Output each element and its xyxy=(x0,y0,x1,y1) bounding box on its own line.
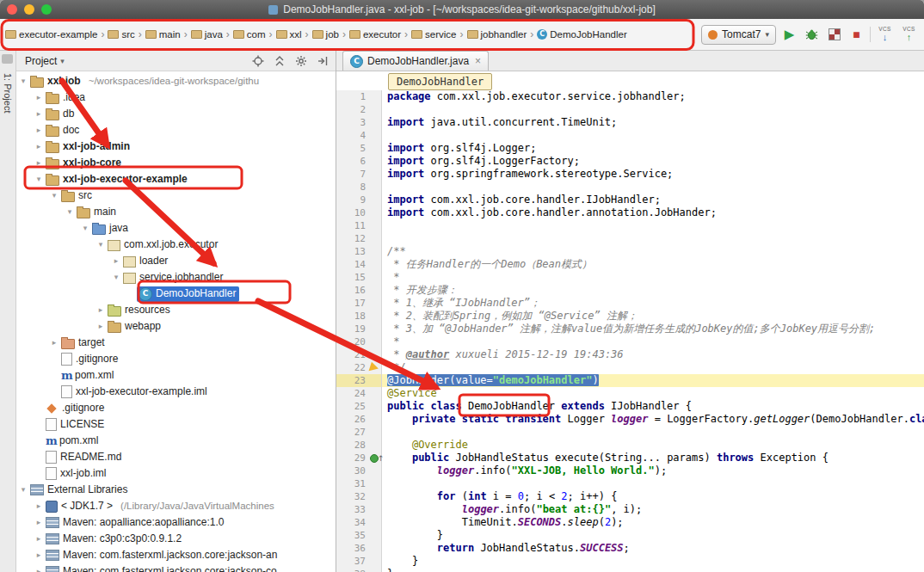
tree-expand-arrow[interactable]: ▾ xyxy=(34,171,44,188)
tree-item-idea[interactable]: ▸.idea xyxy=(16,89,336,106)
tree-item-com-xxl-job-executor[interactable]: ▾com.xxl.job.executor xyxy=(16,237,336,253)
coverage-button[interactable] xyxy=(825,25,843,44)
tree-item-gitignore[interactable]: .gitignore xyxy=(16,400,336,416)
tree-expand-arrow[interactable]: ▸ xyxy=(95,318,106,335)
tree-expand-arrow[interactable]: ▸ xyxy=(34,514,44,531)
code-line-30[interactable]: 30 logger.info("XXL-JOB, Hello World."); xyxy=(336,464,924,477)
tool-window-icon[interactable] xyxy=(2,54,13,64)
tree-item-external-libraries[interactable]: ▾External Libraries xyxy=(16,482,336,498)
code-line-26[interactable]: 26 private static transient Logger logge… xyxy=(336,413,924,426)
debug-button[interactable] xyxy=(803,25,821,44)
tree-expand-arrow[interactable]: ▸ xyxy=(34,89,44,106)
tree-item-xxl-job-core[interactable]: ▸xxl-job-core xyxy=(16,155,336,171)
tree-item-maven-c3p0-c3p0-0-9-1-2[interactable]: ▸Maven: c3p0:c3p0:0.9.1.2 xyxy=(16,531,336,547)
code-line-7[interactable]: 7import org.springframework.stereotype.S… xyxy=(336,168,924,181)
breadcrumb-item[interactable]: service xyxy=(410,28,458,40)
code-line-29[interactable]: 29↑ public JobHandleStatus execute(Strin… xyxy=(336,452,924,464)
code-line-32[interactable]: 32 for (int i = 0; i < 2; i++) { xyxy=(336,490,924,503)
code-line-20[interactable]: 20 * xyxy=(336,335,924,348)
code-line-13[interactable]: 13/** xyxy=(336,245,924,258)
code-line-17[interactable]: 17 * 1、继承 “IJobHandler”； xyxy=(336,297,924,310)
breadcrumb-item[interactable]: xxl xyxy=(274,28,304,40)
tree-item-maven-aopalliance-aopalliance-1-0[interactable]: ▸Maven: aopalliance:aopalliance:1.0 xyxy=(16,514,336,531)
code-line-9[interactable]: 9import com.xxl.job.core.handler.IJobHan… xyxy=(336,194,924,206)
tree-item-xxl-job-executor-example[interactable]: ▾xxl-job-executor-example xyxy=(16,171,336,188)
tree-expand-arrow[interactable]: ▸ xyxy=(111,253,121,269)
run-button[interactable]: ▶ xyxy=(780,25,798,44)
tree-expand-arrow[interactable]: ▾ xyxy=(95,237,106,253)
hide-panel-button[interactable] xyxy=(317,55,329,67)
project-view-title[interactable]: Project xyxy=(25,55,57,67)
code-line-34[interactable]: 34 TimeUnit.SECONDS.sleep(2); xyxy=(336,516,924,529)
tree-expand-arrow[interactable]: ▸ xyxy=(34,155,44,171)
tree-item-loader[interactable]: ▸loader xyxy=(16,253,336,269)
locate-button[interactable] xyxy=(252,55,264,67)
code-line-27[interactable]: 27 xyxy=(336,426,924,439)
tree-item-jdk1-7[interactable]: ▸< JDK1.7 >(/Library/Java/JavaVirtualMac… xyxy=(16,498,336,514)
close-icon[interactable]: × xyxy=(475,55,481,67)
code-line-37[interactable]: 37 } xyxy=(336,555,924,568)
tree-item-xxl-job[interactable]: ▾xxl-job~/workspaces/idea-git-workspace/… xyxy=(16,73,336,89)
tree-item-xxl-job-iml[interactable]: xxl-job.iml xyxy=(16,465,336,482)
code-line-31[interactable]: 31 xyxy=(336,477,924,490)
tree-item-service-jobhandler[interactable]: ▾service.jobhandler xyxy=(16,269,336,286)
code-line-16[interactable]: 16 * 开发步骤： xyxy=(336,284,924,297)
tree-expand-arrow[interactable]: ▸ xyxy=(34,106,44,122)
code-line-24[interactable]: 24@Service xyxy=(336,387,924,400)
tree-item-readme-md[interactable]: README.md xyxy=(16,449,336,465)
breadcrumb-item[interactable]: executor xyxy=(348,28,403,40)
tree-expand-arrow[interactable]: ▸ xyxy=(34,498,44,514)
tree-item-target[interactable]: ▸target xyxy=(16,335,336,351)
close-window-button[interactable] xyxy=(7,4,17,15)
tree-item-pom-xml[interactable]: mpom.xml xyxy=(16,367,336,384)
tree-item-doc[interactable]: ▸doc xyxy=(16,122,336,138)
tree-expand-arrow[interactable]: ▸ xyxy=(34,122,44,138)
tree-item-maven-com-fasterxml-jackson-core-jackson-co[interactable]: ▸Maven: com.fasterxml.jackson.core:jacks… xyxy=(16,563,336,572)
code-line-22[interactable]: 22 */ xyxy=(336,361,924,374)
tree-item-webapp[interactable]: ▸webapp xyxy=(16,318,336,335)
code-line-2[interactable]: 2 xyxy=(336,103,924,116)
code-line-28[interactable]: 28 @Override xyxy=(336,439,924,452)
tree-expand-arrow[interactable]: ▸ xyxy=(34,138,44,155)
tree-item-maven-com-fasterxml-jackson-core-jackson-an[interactable]: ▸Maven: com.fasterxml.jackson.core:jacks… xyxy=(16,547,336,563)
breadcrumb-item[interactable]: java xyxy=(189,28,225,40)
collapse-all-button[interactable] xyxy=(274,55,286,67)
code-line-11[interactable]: 11 xyxy=(336,219,924,232)
breadcrumb-item[interactable]: executor-example xyxy=(3,28,99,40)
code-line-33[interactable]: 33 logger.info("beat at:{}", i); xyxy=(336,503,924,516)
code-line-10[interactable]: 10import com.xxl.job.core.handler.annota… xyxy=(336,206,924,219)
tree-expand-arrow[interactable]: ▾ xyxy=(65,204,75,220)
tree-item-resources[interactable]: ▸resources xyxy=(16,302,336,318)
tree-item-xxl-job-admin[interactable]: ▸xxl-job-admin xyxy=(16,138,336,155)
code-line-3[interactable]: 3import java.util.concurrent.TimeUnit; xyxy=(336,116,924,129)
breadcrumb-item[interactable]: job xyxy=(311,28,341,40)
code-line-21[interactable]: 21 * @author xuxueli 2015-12-19 19:43:36 xyxy=(336,348,924,361)
tree-expand-arrow[interactable]: ▸ xyxy=(49,335,59,351)
breadcrumb-item[interactable]: CDemoJobHandler xyxy=(535,28,629,40)
tree-expand-arrow[interactable]: ▾ xyxy=(80,220,90,237)
tree-expand-arrow[interactable]: ▾ xyxy=(111,269,121,286)
code-line-4[interactable]: 4 xyxy=(336,129,924,142)
breadcrumb-item[interactable]: src xyxy=(106,28,136,40)
tab-demojobhandler[interactable]: C DemoJobHandler.java × xyxy=(342,51,489,71)
code-line-25[interactable]: 25public class DemoJobHandler extends IJ… xyxy=(336,400,924,413)
tree-item-db[interactable]: ▸db xyxy=(16,106,336,122)
run-configuration-select[interactable]: Tomcat7 ▾ xyxy=(701,25,776,45)
vcs-update-button[interactable]: VCS ↓ xyxy=(875,26,895,44)
breadcrumb-item[interactable]: com xyxy=(231,28,268,40)
code-line-38[interactable]: 38} xyxy=(336,568,924,572)
tree-item-demojobhandler[interactable]: CDemoJobHandler xyxy=(16,286,336,302)
tree-expand-arrow[interactable]: ▾ xyxy=(49,188,59,204)
code-line-14[interactable]: 14 * 任务Handler的一个Demo（Bean模式） xyxy=(336,258,924,271)
tree-expand-arrow[interactable]: ▸ xyxy=(34,547,44,563)
minimize-window-button[interactable] xyxy=(24,4,34,15)
tree-expand-arrow[interactable]: ▾ xyxy=(18,73,28,89)
context-chip[interactable]: DemoJobHandler xyxy=(388,73,492,90)
tree-item-gitignore[interactable]: .gitignore xyxy=(16,351,336,367)
tree-item-java[interactable]: ▾java xyxy=(16,220,336,237)
breadcrumb-item[interactable]: jobhandler xyxy=(465,28,529,40)
tree-item-src[interactable]: ▾src xyxy=(16,188,336,204)
tree-item-xxl-job-executor-example-iml[interactable]: xxl-job-executor-example.iml xyxy=(16,384,336,400)
code-line-23[interactable]: 23@JobHander(value="demoJobHandler") xyxy=(336,374,924,387)
breadcrumb-item[interactable]: main xyxy=(144,28,182,40)
